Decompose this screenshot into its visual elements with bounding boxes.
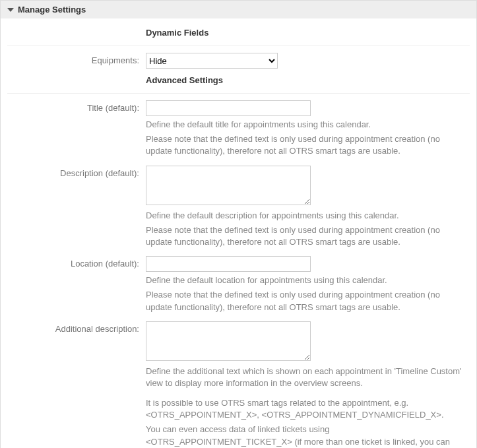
chevron-down-icon xyxy=(7,5,14,15)
manage-settings-widget: Manage Settings Dynamic Fields Equipment… xyxy=(0,0,477,448)
section-title-advanced: Advanced Settings xyxy=(146,74,463,89)
equipments-select[interactable]: Hide xyxy=(146,53,278,69)
divider xyxy=(7,93,470,94)
label-equipments: Equipments: xyxy=(7,53,146,65)
row-additional-description: Additional description: Define the addit… xyxy=(7,319,470,448)
label-title-default: Title (default): xyxy=(7,100,146,113)
label-additional-description: Additional description: xyxy=(7,321,146,334)
widget-title: Manage Settings xyxy=(18,5,86,15)
label-location-default: Location (default): xyxy=(7,256,146,269)
help-text: It is possible to use OTRS smart tags re… xyxy=(146,397,463,421)
additional-description-input[interactable] xyxy=(146,321,311,361)
location-default-input[interactable] xyxy=(146,256,311,272)
row-equipments: Equipments: Hide xyxy=(7,50,470,71)
help-description-default: Define the default description for appoi… xyxy=(146,210,463,249)
title-default-input[interactable] xyxy=(146,100,311,116)
row-location-default: Location (default): Define the default l… xyxy=(7,253,470,319)
help-location-default: Define the default location for appointm… xyxy=(146,274,463,313)
section-title-dynamic-fields: Dynamic Fields xyxy=(146,26,463,42)
row-description-default: Description (default): Define the defaul… xyxy=(7,163,470,254)
label-description-default: Description (default): xyxy=(7,166,146,178)
help-text: Please note that the defined text is onl… xyxy=(146,133,463,157)
widget-body: Dynamic Fields Equipments: Hide Advanced… xyxy=(1,18,476,448)
help-text: Define the default title for appointment… xyxy=(146,119,463,131)
help-title-default: Define the default title for appointment… xyxy=(146,119,463,158)
widget-header[interactable]: Manage Settings xyxy=(1,1,476,18)
section-dynamic-fields-header: Dynamic Fields xyxy=(7,24,470,44)
help-text: Please note that the defined text is onl… xyxy=(146,289,463,313)
help-text: You can even access data of linked ticke… xyxy=(146,424,463,448)
help-additional-description: Define the additional text which is show… xyxy=(146,366,463,448)
description-default-input[interactable] xyxy=(146,166,311,205)
svg-marker-0 xyxy=(7,8,14,12)
help-text: Define the default location for appointm… xyxy=(146,274,463,286)
row-title-default: Title (default): Define the default titl… xyxy=(7,98,470,163)
divider xyxy=(7,46,470,46)
help-text: Define the additional text which is show… xyxy=(146,366,463,389)
help-text: Please note that the defined text is onl… xyxy=(146,224,463,248)
help-text: Define the default description for appoi… xyxy=(146,210,463,222)
section-advanced-header: Advanced Settings xyxy=(7,71,470,92)
